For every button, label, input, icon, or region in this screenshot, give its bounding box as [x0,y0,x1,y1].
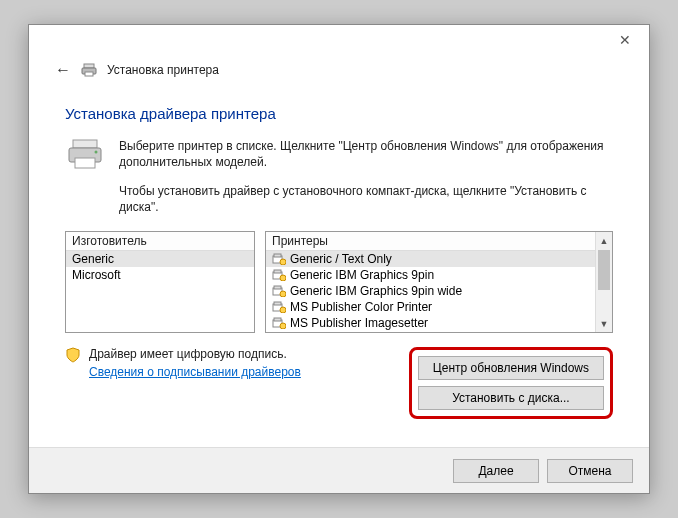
svg-point-21 [280,323,286,329]
signature-link[interactable]: Сведения о подписывании драйверов [89,365,301,379]
next-button[interactable]: Далее [453,459,539,483]
signed-driver-icon [272,317,286,329]
dialog-window: ✕ ← Установка принтера Установка драйвер… [28,24,650,494]
printer-item[interactable]: Generic IBM Graphics 9pin [266,267,595,283]
signed-driver-icon [272,269,286,281]
svg-rect-0 [84,64,94,68]
shield-icon [65,347,81,363]
printer-item-label: Generic / Text Only [290,252,392,266]
scroll-up-icon[interactable]: ▲ [596,232,612,249]
close-icon[interactable]: ✕ [605,27,645,53]
signature-text: Драйвер имеет цифровую подпись. [89,347,301,361]
cancel-button[interactable]: Отмена [547,459,633,483]
scroll-thumb[interactable] [598,250,610,290]
footer: Далее Отмена [29,447,649,493]
printer-item-label: MS Publisher Color Printer [290,300,432,314]
svg-point-9 [280,259,286,265]
svg-rect-17 [274,302,281,305]
svg-rect-14 [274,286,281,289]
lists-container: Изготовитель GenericMicrosoft Принтеры G… [65,231,613,333]
page-title: Установка принтера [107,63,219,77]
scrollbar[interactable]: ▲ ▼ [595,232,612,332]
description-row: Выберите принтер в списке. Щелкните "Цен… [65,138,613,173]
scroll-down-icon[interactable]: ▼ [596,315,612,332]
header: ← Установка принтера [29,55,649,87]
main-heading: Установка драйвера принтера [65,105,613,122]
svg-rect-20 [274,318,281,321]
svg-rect-2 [85,72,93,76]
signed-driver-icon [272,253,286,265]
have-disk-button[interactable]: Установить с диска... [418,386,604,410]
back-arrow-icon[interactable]: ← [55,61,71,79]
printers-header: Принтеры [266,232,612,251]
signed-driver-icon [272,301,286,313]
svg-rect-11 [274,270,281,273]
highlighted-buttons: Центр обновления Windows Установить с ди… [409,347,613,419]
printer-icon [81,63,97,77]
printer-item-label: MS Publisher Imagesetter [290,316,428,330]
windows-update-button[interactable]: Центр обновления Windows [418,356,604,380]
svg-rect-3 [73,140,97,148]
description-1: Выберите принтер в списке. Щелкните "Цен… [119,138,613,173]
manufacturer-listbox[interactable]: Изготовитель GenericMicrosoft [65,231,255,333]
signed-driver-icon [272,285,286,297]
svg-point-18 [280,307,286,313]
description-2: Чтобы установить драйвер с установочного… [119,183,613,215]
printers-listbox[interactable]: Принтеры Generic / Text OnlyGeneric IBM … [265,231,613,333]
printer-item-label: Generic IBM Graphics 9pin wide [290,284,462,298]
svg-rect-8 [274,254,281,257]
printer-item[interactable]: MS Publisher Imagesetter [266,315,595,331]
svg-rect-6 [75,158,95,168]
svg-point-15 [280,291,286,297]
signature-info: Драйвер имеет цифровую подпись. Сведения… [65,347,401,379]
svg-point-5 [95,151,98,154]
content-area: Установка драйвера принтера Выберите при… [29,87,649,419]
manufacturer-item[interactable]: Generic [66,251,254,267]
printer-item-label: Generic IBM Graphics 9pin [290,268,434,282]
svg-point-12 [280,275,286,281]
manufacturer-header: Изготовитель [66,232,254,251]
printer-large-icon [65,138,105,173]
manufacturer-item[interactable]: Microsoft [66,267,254,283]
printer-item[interactable]: MS Publisher Color Printer [266,299,595,315]
title-bar: ✕ [29,25,649,55]
printer-item[interactable]: Generic / Text Only [266,251,595,267]
signature-row: Драйвер имеет цифровую подпись. Сведения… [65,347,613,419]
printer-item[interactable]: Generic IBM Graphics 9pin wide [266,283,595,299]
